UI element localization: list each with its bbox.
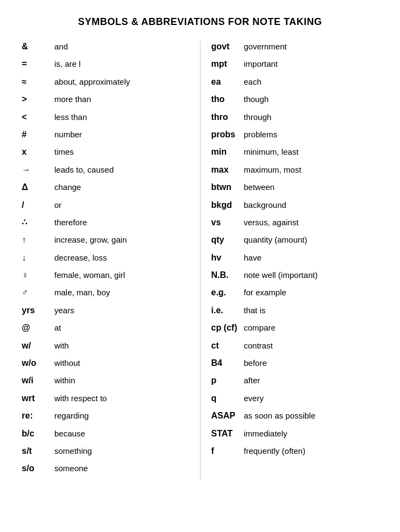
symbol-label: qty [211, 234, 244, 246]
symbol-label: btwn [211, 181, 244, 193]
meaning-label: about, approximately [54, 76, 130, 87]
meaning-label: decrease, loss [54, 252, 107, 263]
list-item: ≈about, approximately [22, 76, 189, 88]
symbol-label: q [211, 392, 244, 404]
list-item: >more than [22, 93, 189, 105]
symbol-label: govt [211, 41, 244, 53]
symbol-label: f [211, 445, 244, 457]
symbol-label: ea [211, 76, 244, 88]
meaning-label: or [54, 199, 61, 211]
meaning-label: change [54, 181, 81, 193]
list-item: @at [22, 322, 189, 334]
list-item: qevery [211, 392, 379, 404]
list-item: ctcontrast [211, 340, 379, 352]
symbol-label: bkgd [211, 199, 244, 211]
symbol-label: @ [22, 322, 54, 334]
symbol-label: / [22, 199, 54, 211]
list-item: eaeach [211, 76, 379, 88]
right-column: govtgovernmentmptimportanteaeachthothoug… [211, 41, 379, 480]
symbol-label: N.B. [211, 269, 244, 281]
list-item: s/tsomething [22, 445, 189, 457]
list-item: maxmaximum, most [211, 164, 379, 176]
symbol-label: tho [211, 93, 244, 105]
list-item: STATimmediately [211, 428, 379, 440]
meaning-label: though [244, 93, 269, 105]
meaning-label: because [54, 428, 85, 439]
list-item: bkgdbackground [211, 199, 379, 211]
list-item: #number [22, 129, 189, 141]
meaning-label: between [244, 181, 275, 193]
symbol-label: w/ [22, 340, 54, 352]
list-item: →leads to, caused [22, 164, 189, 176]
list-item: xtimes [22, 146, 189, 158]
meaning-label: without [54, 357, 80, 369]
list-item: pafter [211, 375, 379, 387]
symbol-label: ♂ [22, 287, 54, 299]
list-item: i.e.that is [211, 305, 379, 316]
main-content: &and=is, are l≈about, approximately>more… [22, 41, 378, 480]
list-item: <less than [22, 111, 189, 123]
symbol-label: ∴ [22, 217, 54, 229]
meaning-label: important [244, 58, 278, 69]
symbol-label: probs [211, 129, 244, 141]
list-item: re:regarding [22, 410, 189, 422]
meaning-label: have [244, 252, 262, 263]
meaning-label: at [54, 322, 61, 333]
list-item: ∴therefore [22, 217, 189, 229]
meaning-label: therefore [54, 217, 87, 228]
symbol-label: cp (cf) [211, 322, 244, 334]
meaning-label: versus, against [244, 217, 299, 228]
list-item: ffrequently (often) [211, 445, 379, 457]
symbol-label: min [211, 146, 244, 158]
meaning-label: times [54, 146, 74, 157]
list-item: /or [22, 199, 189, 211]
list-item: e.g.for example [211, 287, 379, 299]
symbol-label: thro [211, 111, 244, 123]
list-item: s/osomeone [22, 463, 189, 474]
list-item: minminimum, least [211, 146, 379, 158]
list-item: probsproblems [211, 129, 379, 141]
column-divider [200, 41, 201, 480]
list-item: wrtwith respect to [22, 392, 189, 404]
symbol-label: ♀ [22, 269, 54, 281]
list-item: thothough [211, 93, 379, 105]
meaning-label: something [54, 445, 92, 457]
symbol-label: hv [211, 252, 244, 264]
meaning-label: with [54, 340, 69, 351]
meaning-label: within [54, 375, 75, 386]
symbol-label: w/i [22, 375, 54, 387]
symbol-label: s/o [22, 463, 54, 474]
meaning-label: leads to, caused [54, 164, 114, 175]
list-item: N.B.note well (important) [211, 269, 379, 281]
list-item: qtyquantity (amount) [211, 234, 379, 246]
list-item: throthrough [211, 111, 379, 123]
meaning-label: as soon as possible [244, 410, 316, 421]
list-item: w/with [22, 340, 189, 352]
list-item: yrsyears [22, 305, 189, 316]
meaning-label: male, man, boy [54, 287, 110, 298]
meaning-label: minimum, least [244, 146, 299, 157]
list-item: vsversus, against [211, 217, 379, 229]
meaning-label: immediately [244, 428, 288, 439]
symbol-label: i.e. [211, 305, 244, 316]
list-item: =is, are l [22, 58, 189, 70]
symbol-label: → [22, 164, 54, 176]
meaning-label: note well (important) [244, 269, 318, 281]
list-item: &and [22, 41, 189, 53]
list-item: b/cbecause [22, 428, 189, 440]
meaning-label: frequently (often) [244, 445, 305, 457]
list-item: ♀female, woman, girl [22, 269, 189, 281]
list-item: Δchange [22, 181, 189, 193]
list-item: w/owithout [22, 357, 189, 369]
meaning-label: quantity (amount) [244, 234, 308, 245]
list-item: govtgovernment [211, 41, 379, 53]
meaning-label: before [244, 357, 267, 369]
meaning-label: and [54, 41, 68, 52]
symbol-label: b/c [22, 428, 54, 440]
symbol-label: w/o [22, 357, 54, 369]
meaning-label: increase, grow, gain [54, 234, 127, 245]
meaning-label: each [244, 76, 262, 87]
symbol-label: = [22, 58, 54, 70]
symbol-label: STAT [211, 428, 244, 440]
symbol-label: e.g. [211, 287, 244, 299]
